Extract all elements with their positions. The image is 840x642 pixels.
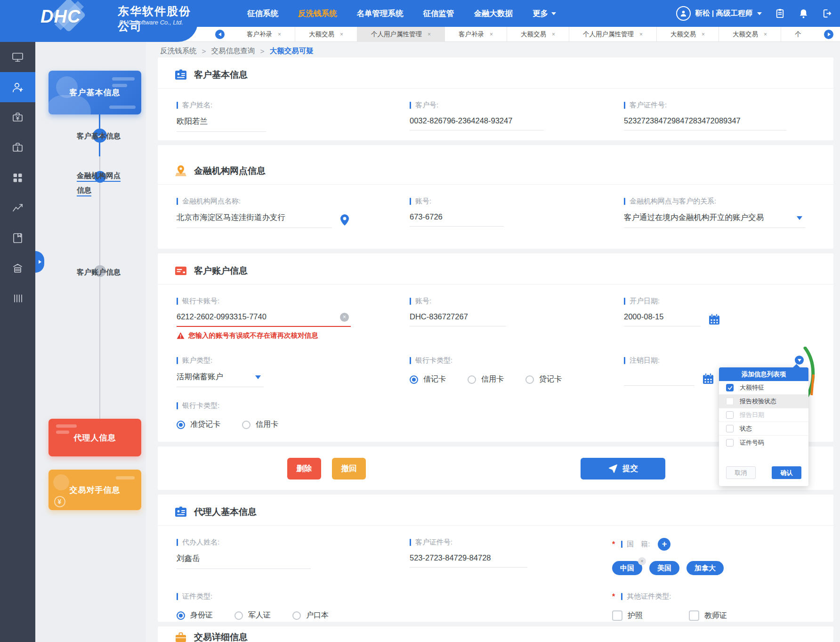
close-icon[interactable]: × bbox=[552, 31, 555, 38]
radio-debit-card[interactable]: 借记卡 bbox=[410, 374, 446, 384]
nav-aml-system[interactable]: 反洗钱系统 bbox=[298, 8, 337, 19]
customer-id-no-input[interactable]: 523272384729847283472089347 bbox=[624, 116, 786, 130]
customer-name-input[interactable]: 欧阳若兰 bbox=[177, 116, 266, 132]
section-agent-basic: 代理人基本信息 代办人姓名: 刘鑫岳 客户证件号: 523-2723-84729… bbox=[158, 495, 833, 622]
tab-large-transaction[interactable]: 大额交易× bbox=[295, 27, 357, 42]
close-icon[interactable]: × bbox=[340, 31, 343, 38]
rail-item-list-lines[interactable] bbox=[0, 283, 35, 313]
tab-personal-user-attr-active[interactable]: 个人用户属性管理× bbox=[357, 27, 445, 42]
tag-usa[interactable]: 美国 bbox=[649, 561, 679, 575]
nav-list-management[interactable]: 名单管理系统 bbox=[357, 8, 404, 19]
monitor-icon bbox=[11, 51, 24, 64]
tab-personal-user-attr-2[interactable]: 个人用户属性管理× bbox=[569, 27, 657, 42]
tab-large-transaction-3[interactable]: 大额交易× bbox=[657, 27, 719, 42]
rail-item-line-chart[interactable] bbox=[0, 193, 35, 223]
account-no-input[interactable]: DHC-836727267 bbox=[410, 312, 506, 326]
chevron-down-icon bbox=[255, 375, 261, 379]
popup-item-report-date[interactable]: 报告日期 bbox=[719, 408, 808, 422]
paper-plane-icon bbox=[608, 464, 618, 474]
clipboard-icon[interactable] bbox=[775, 8, 785, 19]
radio-military-id[interactable]: 军人证 bbox=[234, 610, 271, 620]
step-account-info[interactable]: 客户账户信息 bbox=[77, 268, 121, 277]
label-bar bbox=[177, 198, 178, 205]
account-type-select[interactable]: 活期储蓄账户 bbox=[177, 372, 264, 387]
id-card-icon bbox=[175, 506, 187, 518]
popup-item-large-amount-feature[interactable]: 大额特征 bbox=[719, 381, 808, 395]
breadcrumb-txn-query[interactable]: 交易信息查询 bbox=[211, 46, 255, 56]
tag-china[interactable]: 中国× bbox=[612, 561, 642, 575]
close-icon[interactable]: × bbox=[428, 31, 431, 38]
close-icon[interactable]: × bbox=[764, 31, 767, 38]
agent-id-no-input[interactable]: 523-2723-84729-84728 bbox=[410, 553, 527, 568]
rail-item-cashbox-warning[interactable] bbox=[0, 132, 35, 163]
popup-item-report-check-status[interactable]: 报告校验状态 bbox=[719, 395, 808, 408]
branch-account-input[interactable]: 673-6726 bbox=[410, 212, 504, 227]
rail-item-shop[interactable] bbox=[0, 253, 35, 283]
popup-item-status[interactable]: 状态 bbox=[719, 422, 808, 436]
rail-item-monitor[interactable] bbox=[0, 42, 35, 72]
tab-customer-supplement[interactable]: 客户补录× bbox=[233, 27, 295, 42]
briefcase-icon bbox=[175, 631, 187, 642]
close-date-input[interactable] bbox=[624, 372, 695, 386]
tabs-scroll-left-button[interactable] bbox=[215, 30, 225, 39]
tab-large-transaction-4[interactable]: 大额交易× bbox=[719, 27, 781, 42]
popup-confirm-button[interactable]: 确认 bbox=[772, 466, 801, 479]
delete-button[interactable]: 删除 bbox=[287, 458, 321, 479]
nav-financial-bigdata[interactable]: 金融大数据 bbox=[474, 8, 513, 19]
open-date-input[interactable]: 2000-08-15 bbox=[624, 312, 701, 326]
step-branch-info[interactable]: 金融机构网点 信息 bbox=[77, 168, 121, 197]
branch-relation-select[interactable]: 客户通过在境内金融机构开立的账户交易 bbox=[624, 212, 805, 228]
radio-credit-card[interactable]: 信用卡 bbox=[468, 374, 504, 384]
breadcrumb-aml[interactable]: 反洗钱系统 bbox=[160, 46, 197, 56]
rail-item-user-add[interactable] bbox=[0, 72, 35, 102]
nav-credit-supervision[interactable]: 征信监管 bbox=[423, 8, 454, 19]
add-nationality-button[interactable]: + bbox=[658, 538, 670, 551]
location-pin-icon[interactable] bbox=[339, 214, 350, 226]
rail-item-cashbox-yen[interactable] bbox=[0, 102, 35, 132]
step-customer-basic[interactable]: 客户基本信息 bbox=[77, 131, 121, 141]
submit-button[interactable]: 提交 bbox=[581, 458, 665, 479]
radio-credit-card-2[interactable]: 信用卡 bbox=[242, 420, 278, 430]
radio-quasi-debit-card[interactable]: 准贷记卡 bbox=[177, 420, 220, 430]
branch-name-input[interactable]: 北京市海淀区马连洼街道办支行 bbox=[177, 212, 332, 228]
logout-icon[interactable] bbox=[822, 8, 832, 19]
radio-id-card[interactable]: 身份证 bbox=[177, 610, 213, 620]
wizard-card-agent[interactable]: 代理人信息 bbox=[48, 419, 141, 456]
rail-item-apps-grid[interactable] bbox=[0, 163, 35, 193]
customer-no-input[interactable]: 0032-826796-2364248-93247 bbox=[410, 116, 544, 130]
tab-large-transaction-2[interactable]: 大额交易× bbox=[507, 27, 569, 42]
section-customer-basic: 客户基本信息 客户姓名: 欧阳若兰 客户号: 0032-826796-23642… bbox=[158, 57, 833, 140]
popup-title: 添加信息列表项 bbox=[719, 367, 808, 381]
popup-cancel-button[interactable]: 取消 bbox=[726, 466, 756, 479]
breadcrumb-separator: > bbox=[260, 47, 265, 56]
wizard-card-counterparty[interactable]: ¥ 交易对手信息 bbox=[48, 470, 141, 510]
withdraw-button[interactable]: 撤回 bbox=[332, 458, 366, 479]
clear-icon[interactable]: × bbox=[340, 313, 349, 322]
label-bar bbox=[177, 539, 178, 546]
close-icon[interactable]: × bbox=[278, 31, 281, 38]
bank-card-no-input[interactable]: 6212-2602-0993315-7740× bbox=[177, 312, 351, 327]
checkbox-passport[interactable]: 护照 bbox=[612, 610, 643, 621]
tab-customer-supplement-2[interactable]: 客户补录× bbox=[445, 27, 507, 42]
wizard-card-customer-basic[interactable]: 客户基本信息 bbox=[48, 71, 141, 114]
close-icon[interactable]: × bbox=[702, 31, 705, 38]
close-icon[interactable]: × bbox=[639, 31, 643, 38]
radio-household-register[interactable]: 户口本 bbox=[292, 610, 329, 620]
rail-item-book[interactable] bbox=[0, 223, 35, 253]
calendar-icon[interactable] bbox=[702, 373, 714, 385]
column-settings-trigger[interactable] bbox=[795, 356, 804, 365]
radio-quasi-credit-card[interactable]: 贷记卡 bbox=[525, 374, 562, 384]
user-menu[interactable]: 靳松 | 高级工程师 bbox=[676, 6, 762, 21]
agent-name-input[interactable]: 刘鑫岳 bbox=[177, 553, 311, 569]
tabs-scroll-right-button[interactable] bbox=[824, 30, 833, 39]
add-columns-popup: 添加信息列表项 大额特征 报告校验状态 报告日期 状态 证件号码 取消 确认 bbox=[719, 367, 808, 486]
tag-canada[interactable]: 加拿大 bbox=[687, 561, 724, 575]
calendar-icon[interactable] bbox=[708, 313, 720, 325]
nav-more[interactable]: 更多 bbox=[533, 8, 556, 19]
remove-tag-icon[interactable]: × bbox=[638, 557, 646, 565]
bell-icon[interactable] bbox=[798, 8, 809, 19]
popup-item-doc-number[interactable]: 证件号码 bbox=[719, 436, 808, 449]
close-icon[interactable]: × bbox=[490, 31, 493, 38]
checkbox-teacher-cert[interactable]: 教师证 bbox=[689, 610, 727, 621]
nav-credit-system[interactable]: 征信系统 bbox=[247, 8, 278, 19]
